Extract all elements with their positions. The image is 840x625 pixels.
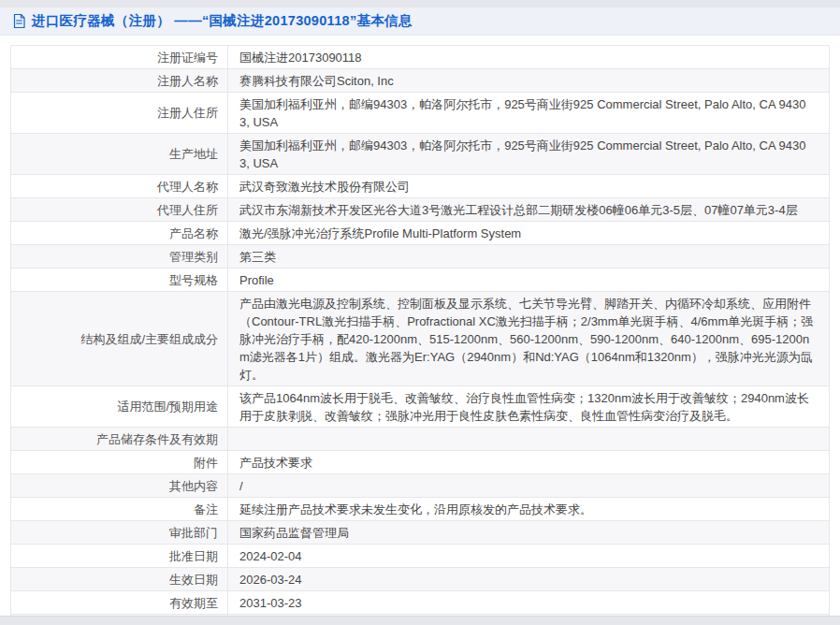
registration-info-table: 注册证编号 国械注进20173090118 注册人名称 赛腾科技有限公司Scit… <box>10 45 830 625</box>
row-value-text: 该产品1064nm波长用于脱毛、改善皱纹、治疗良性血管性病变；1320nm波长用… <box>239 389 816 425</box>
row-label-text: 产品储存条件及有效期 <box>96 430 218 448</box>
table-row: 代理人名称 武汉奇致激光技术股份有限公司 <box>11 175 829 198</box>
row-value: Profile <box>228 269 829 291</box>
table-row: 注册证编号 国械注进20173090118 <box>11 46 829 69</box>
table-row: 有效期至 2031-03-23 <box>11 591 829 615</box>
row-label-text: 型号规格 <box>169 271 218 289</box>
row-label-text: 结构及组成/主要组成成分 <box>80 330 218 348</box>
row-value-text: 美国加利福利亚州，邮编94303，帕洛阿尔托市，925号商业街925 Comme… <box>239 95 816 131</box>
row-label: 其他内容 <box>11 474 228 497</box>
row-label-text: 其他内容 <box>169 477 218 495</box>
table-row: 代理人住所 武汉市东湖新技术开发区光谷大道3号激光工程设计总部二期研发楼06幢0… <box>11 198 829 222</box>
table-row: 型号规格 Profile <box>11 269 829 292</box>
row-value-text: 产品由激光电源及控制系统、控制面板及显示系统、七关节导光臂、脚踏开关、内循环冷却… <box>239 295 816 384</box>
row-value-text: 产品技术要求 <box>239 454 312 472</box>
row-value-text: Profile <box>239 271 274 289</box>
row-label: 产品名称 <box>11 222 228 244</box>
row-label-text: 注册人名称 <box>157 72 218 90</box>
row-value-text: 2026-03-24 <box>239 571 302 589</box>
row-value-text: 美国加利福利亚州，邮编94303，帕洛阿尔托市，925号商业街925 Comme… <box>239 137 816 172</box>
row-value-text: 武汉市东湖新技术开发区光谷大道3号激光工程设计总部二期研发楼06幢06单元3-5… <box>239 201 798 219</box>
row-value-text: 第三类 <box>239 248 276 266</box>
row-label: 注册人名称 <box>11 69 228 92</box>
content-area: 注册证编号 国械注进20173090118 注册人名称 赛腾科技有限公司Scit… <box>0 36 840 625</box>
row-value: 国械注进20173090118 <box>228 46 829 68</box>
row-value: 2024-02-04 <box>228 545 829 567</box>
row-label-text: 代理人住所 <box>157 201 218 219</box>
row-label-text: 附件 <box>194 454 218 472</box>
row-label-text: 适用范围/预期用途 <box>117 398 218 415</box>
row-label: 注册人住所 <box>11 93 228 133</box>
page-top-margin <box>0 0 840 7</box>
row-value: 2031-03-23 <box>228 591 829 614</box>
row-label-text: 备注 <box>194 501 218 518</box>
table-row: 其他内容 / <box>11 474 829 498</box>
table-row: 适用范围/预期用途 该产品1064nm波长用于脱毛、改善皱纹、治疗良性血管性病变… <box>11 386 829 428</box>
row-label-text: 生效日期 <box>169 571 218 589</box>
row-value: 国家药品监督管理局 <box>228 521 829 544</box>
title-bar: 进口医疗器械（注册） ——“国械注进20173090118”基本信息 <box>0 7 840 36</box>
row-value: 赛腾科技有限公司Sciton, Inc <box>228 69 829 92</box>
row-value-text: 2031-03-23 <box>239 594 302 612</box>
table-row: 注册人名称 赛腾科技有限公司Sciton, Inc <box>11 69 829 93</box>
row-label: 管理类别 <box>11 245 228 268</box>
table-row: 注册人住所 美国加利福利亚州，邮编94303，帕洛阿尔托市，925号商业街925… <box>11 93 829 134</box>
row-label-text: 审批部门 <box>169 524 218 542</box>
table-row: 批准日期 2024-02-04 <box>11 545 829 568</box>
row-value-text: 国家药品监督管理局 <box>239 524 349 542</box>
document-icon <box>13 14 25 28</box>
row-value: 第三类 <box>228 245 829 268</box>
row-label: 产品储存条件及有效期 <box>11 428 228 450</box>
table-row: 产品储存条件及有效期 <box>11 428 829 451</box>
row-label-text: 注册人住所 <box>157 104 218 122</box>
row-label-text: 有效期至 <box>169 594 218 612</box>
row-label-text: 批准日期 <box>169 547 218 565</box>
row-label-text: 产品名称 <box>169 225 218 242</box>
row-value: 激光/强脉冲光治疗系统Profile Multi-Platform System <box>228 222 829 244</box>
row-label: 结构及组成/主要组成成分 <box>11 292 228 385</box>
row-value: / <box>228 474 829 497</box>
table-row: 附件 产品技术要求 <box>11 451 829 474</box>
row-value-text: 武汉奇致激光技术股份有限公司 <box>239 178 410 196</box>
row-value: 2026-03-24 <box>228 568 829 590</box>
row-value-text: 2024-02-04 <box>239 547 302 565</box>
row-value-text: / <box>239 477 243 495</box>
row-value: 产品技术要求 <box>228 451 829 473</box>
row-label: 有效期至 <box>11 591 228 614</box>
table-row: 备注 延续注册产品技术要求未发生变化，沿用原核发的产品技术要求。 <box>11 498 829 521</box>
row-value-text: 赛腾科技有限公司Sciton, Inc <box>239 72 394 90</box>
page-bottom-margin <box>0 616 840 625</box>
table-row: 生产地址 美国加利福利亚州，邮编94303，帕洛阿尔托市，925号商业街925 … <box>11 134 829 175</box>
row-value-text: 激光/强脉冲光治疗系统Profile Multi-Platform System <box>239 225 521 242</box>
row-value: 美国加利福利亚州，邮编94303，帕洛阿尔托市，925号商业街925 Comme… <box>228 134 829 174</box>
row-label-text: 代理人名称 <box>157 178 218 196</box>
row-value: 产品由激光电源及控制系统、控制面板及显示系统、七关节导光臂、脚踏开关、内循环冷却… <box>228 292 829 385</box>
table-row: 产品名称 激光/强脉冲光治疗系统Profile Multi-Platform S… <box>11 222 829 245</box>
row-value: 武汉奇致激光技术股份有限公司 <box>228 175 829 197</box>
row-value-text: 国械注进20173090118 <box>239 49 362 66</box>
row-label-text: 管理类别 <box>169 248 218 266</box>
row-label: 附件 <box>11 451 228 473</box>
row-label: 代理人住所 <box>11 198 228 221</box>
row-label: 型号规格 <box>11 269 228 291</box>
row-value-text: 延续注册产品技术要求未发生变化，沿用原核发的产品技术要求。 <box>239 501 592 518</box>
table-row: 审批部门 国家药品监督管理局 <box>11 521 829 545</box>
table-row: 管理类别 第三类 <box>11 245 829 269</box>
row-value: 延续注册产品技术要求未发生变化，沿用原核发的产品技术要求。 <box>228 498 829 520</box>
row-value: 美国加利福利亚州，邮编94303，帕洛阿尔托市，925号商业街925 Comme… <box>228 93 829 133</box>
row-label-text: 生产地址 <box>169 145 218 163</box>
row-label: 备注 <box>11 498 228 520</box>
row-value: 武汉市东湖新技术开发区光谷大道3号激光工程设计总部二期研发楼06幢06单元3-5… <box>228 198 829 221</box>
row-label: 生产地址 <box>11 134 228 174</box>
row-label: 审批部门 <box>11 521 228 544</box>
row-label: 注册证编号 <box>11 46 228 68</box>
row-value <box>228 428 829 450</box>
page-title: 进口医疗器械（注册） ——“国械注进20173090118”基本信息 <box>32 12 413 30</box>
row-label: 适用范围/预期用途 <box>11 386 228 427</box>
row-label-text: 注册证编号 <box>157 49 218 66</box>
table-row: 生效日期 2026-03-24 <box>11 568 829 591</box>
row-label: 批准日期 <box>11 545 228 567</box>
row-label: 代理人名称 <box>11 175 228 197</box>
row-value: 该产品1064nm波长用于脱毛、改善皱纹、治疗良性血管性病变；1320nm波长用… <box>228 386 829 427</box>
table-row: 结构及组成/主要组成成分 产品由激光电源及控制系统、控制面板及显示系统、七关节导… <box>11 292 829 386</box>
